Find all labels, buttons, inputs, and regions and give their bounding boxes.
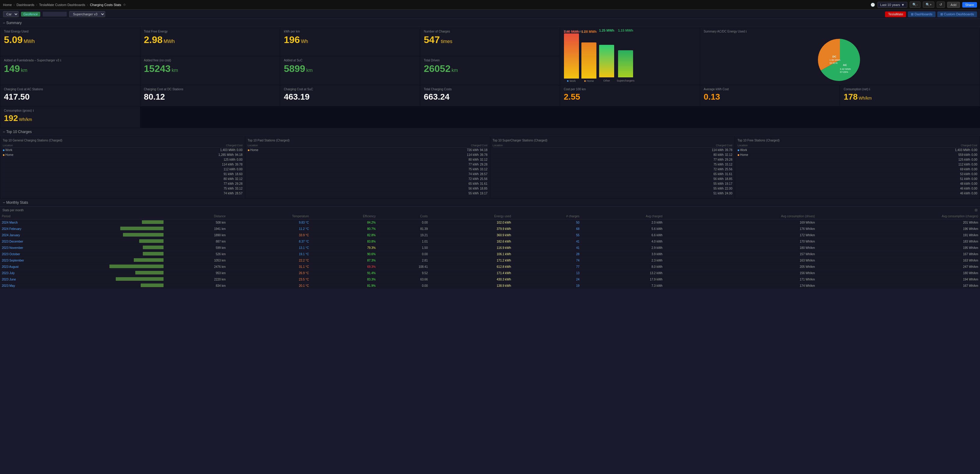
energy-cell: 612.8 kWh <box>430 263 513 270</box>
table-row: 2023 November 599 km 13.1 °C 79.3% 1.50 … <box>0 245 980 251</box>
period-cell[interactable]: 2024 March <box>0 219 105 226</box>
col-period: Period <box>0 213 105 219</box>
collapse-icon3: – <box>3 200 5 205</box>
avg-cons-drives-cell: 180 Wh/km <box>664 245 817 251</box>
period-cell[interactable]: 2023 August <box>0 263 105 270</box>
avg-cons-charges-cell: 196 Wh/km <box>817 226 980 232</box>
period-cell[interactable]: 2023 December <box>0 238 105 245</box>
top10-supercharger-title: Top 10 SuperCharger Stations (Charged) <box>493 139 733 142</box>
avg-cons-drives-cell: 205 Wh/km <box>664 263 817 270</box>
avg-cons-drives-cell: 163 Wh/km <box>664 257 817 263</box>
avg-charged-cell: 2.3 kWh <box>581 257 664 263</box>
refresh-button[interactable]: ↺ <box>937 2 945 8</box>
table-row: 2023 May 834 km 20.1 °C 81.9% 0.00 138.9… <box>0 282 980 289</box>
ac-dc-card: Summary AC/DC Energy Used ℹ DC 1.66 MWh … <box>700 27 980 85</box>
custom-dashboards-button[interactable]: ⊞ Custom Dashboards <box>937 11 977 17</box>
table-row: 72 kWh25.56 <box>248 177 488 182</box>
nav-home[interactable]: Home <box>3 3 12 6</box>
costs-cell: 0.00 <box>377 219 430 226</box>
monthly-header[interactable]: – Monthly Stats <box>0 199 980 207</box>
top10-free-rows: ■ Work1,403 MWh0.00■ Home559 kWh0.00125 … <box>737 148 977 196</box>
charges-cell: 28 <box>513 251 581 257</box>
period-cell[interactable]: 2023 June <box>0 276 105 282</box>
teslamate-button[interactable]: TeslaMate <box>885 11 906 17</box>
table-row: 56 kWh18.85 <box>248 186 488 191</box>
summary-grid: Total Energy Used 5.09 MWh Total Free En… <box>0 27 980 128</box>
avg-cons-drives-cell: 171 Wh/km <box>664 276 817 282</box>
expand-icon[interactable]: ⊞ <box>975 208 978 212</box>
temperature-cell: 22.2 °C <box>228 257 311 263</box>
avg-cons-charges-cell: 191 Wh/km <box>817 232 980 238</box>
avg-kwh-cost-label: Average kWh Cost <box>704 88 836 91</box>
top10-paid-rows: ■ Home726 kWh94.18114 kWh39.7880 kWh32.1… <box>248 148 488 196</box>
cost-per-100km-label: Cost per 100 km <box>564 88 696 91</box>
top10-general-header: LocationChargedCost <box>3 144 243 148</box>
avg-charged-cell: 5.6 kWh <box>581 226 664 232</box>
top10-header[interactable]: – Top 10 Charges <box>0 128 980 136</box>
avg-cons-drives-cell: 170 Wh/km <box>664 238 817 245</box>
avg-cons-drives-cell: 176 Wh/km <box>664 226 817 232</box>
period-cell[interactable]: 2023 November <box>0 245 105 251</box>
bar-cell <box>105 257 165 263</box>
zoom-in-button[interactable]: 🔍+ <box>923 2 934 8</box>
added-suc-label: Added at SuC <box>284 59 416 62</box>
supercharger-selector[interactable]: Supercharger v3 <box>69 11 105 17</box>
avg-cons-drives-cell: 169 Wh/km <box>664 219 817 226</box>
charges-cell: 55 <box>513 232 581 238</box>
top10-paid-header: LocationChargedCost <box>248 144 488 148</box>
dc-pct-text: 32.91% <box>829 62 837 64</box>
charges-cell: 50 <box>513 219 581 226</box>
col-avg-drives: Avg consumption (drives) <box>664 213 817 219</box>
table-row: 74 kWh28.57 <box>3 191 243 196</box>
time-filter[interactable]: Last 10 years ▼ <box>878 2 907 8</box>
energy-cell: 102.0 kWh <box>430 219 513 226</box>
period-cell[interactable]: 2024 February <box>0 226 105 232</box>
table-row: 2023 September 1053 km 22.2 °C 87.3% 2.8… <box>0 257 980 263</box>
period-cell[interactable]: 2023 September <box>0 257 105 263</box>
efficiency-cell: 91.4% <box>311 270 377 276</box>
car-selector[interactable]: Car <box>3 11 19 17</box>
costs-cell: 19.21 <box>377 232 430 238</box>
geofence-badge[interactable]: Geofence <box>21 12 40 16</box>
zoom-out-button[interactable]: 🔍- <box>910 2 921 8</box>
table-row: 75 kWh33.12 <box>248 167 488 172</box>
charging-cost-suc-card: Charging Cost at SuC 463.19 <box>280 85 420 106</box>
monthly-title: Monthly Stats <box>6 200 28 205</box>
costs-cell: 108.41 <box>377 263 430 270</box>
monthly-subtitle: Stats per month <box>2 209 24 212</box>
added-fuenlabrada-label: Added at Fuenlabrada – Supercharger v3 ℹ <box>4 59 137 62</box>
info-icon5: ℹ <box>33 109 34 112</box>
charging-cost-ac-card: Charging Cost at AC Stations 417.50 <box>0 85 140 106</box>
bar-superchargers: 1.15 MWh Superchargers <box>617 29 634 83</box>
period-cell[interactable]: 2023 May <box>0 282 105 289</box>
efficiency-cell: 87.3% <box>311 257 377 263</box>
toolbar-right: TeslaMate ⊞ Dashboards ⊞ Custom Dashboar… <box>885 11 977 17</box>
monthly-table-container: Period Distance Temperature Efficiency C… <box>0 213 980 289</box>
total-driven-card: Total Driven 26052 km <box>420 56 560 85</box>
avg-cons-charges-cell: 163 Wh/km <box>817 257 980 263</box>
summary-title: Summary <box>6 21 22 25</box>
bar-cell <box>105 232 165 238</box>
star-icon[interactable]: ☆ <box>123 3 126 6</box>
add-button[interactable]: Add <box>947 2 960 8</box>
info-icon2: ℹ <box>746 30 747 33</box>
period-cell[interactable]: 2023 July <box>0 270 105 276</box>
added-fuenlabrada-value: 149 km <box>4 63 137 74</box>
table-row: ■ Work1,403 MWh0.00 <box>737 148 977 153</box>
nav-dashboards[interactable]: Dashboards <box>16 3 34 6</box>
period-cell[interactable]: 2024 January <box>0 232 105 238</box>
total-free-value: 2.98 MWh <box>144 34 277 45</box>
nav-teslamate[interactable]: TeslaMate Custom Dashboards <box>39 3 85 6</box>
dashboards-button[interactable]: ⊞ Dashboards <box>908 11 935 17</box>
period-cell[interactable]: 2023 October <box>0 251 105 257</box>
table-row: 75 kWh33.12 <box>493 162 733 167</box>
table-row: 65 kWh31.61 <box>248 182 488 186</box>
consumption-net-value: 178 Wh/km <box>843 92 976 102</box>
col-distance: Distance <box>165 213 228 219</box>
consumption-net-card: Consumption (net) ℹ 178 Wh/km <box>840 85 980 106</box>
avg-cons-charges-cell: 247 Wh/km <box>817 263 980 270</box>
summary-header[interactable]: – Summary <box>0 19 980 27</box>
table-row: 72 kWh25.56 <box>493 167 733 172</box>
avg-cons-charges-cell: 195 Wh/km <box>817 245 980 251</box>
share-button[interactable]: Share <box>962 2 977 8</box>
